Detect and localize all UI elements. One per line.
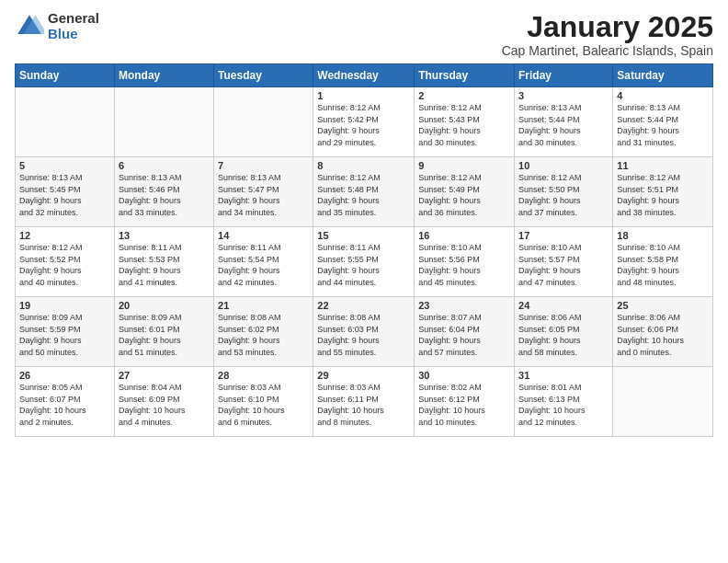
- calendar-week-row: 19Sunrise: 8:09 AM Sunset: 5:59 PM Dayli…: [16, 297, 713, 367]
- day-number: 5: [19, 160, 110, 171]
- table-row: 14Sunrise: 8:11 AM Sunset: 5:54 PM Dayli…: [214, 227, 313, 297]
- day-number: 25: [617, 300, 709, 311]
- table-row: 16Sunrise: 8:10 AM Sunset: 5:56 PM Dayli…: [415, 227, 515, 297]
- day-info: Sunrise: 8:09 AM Sunset: 5:59 PM Dayligh…: [19, 312, 110, 358]
- day-number: 12: [19, 230, 110, 241]
- day-info: Sunrise: 8:12 AM Sunset: 5:51 PM Dayligh…: [617, 172, 709, 218]
- day-info: Sunrise: 8:13 AM Sunset: 5:45 PM Dayligh…: [19, 172, 110, 218]
- logo-general-text: General: [48, 11, 99, 27]
- day-number: 23: [418, 300, 510, 311]
- day-number: 8: [317, 160, 410, 171]
- day-info: Sunrise: 8:10 AM Sunset: 5:57 PM Dayligh…: [518, 242, 609, 288]
- day-info: Sunrise: 8:02 AM Sunset: 6:12 PM Dayligh…: [418, 382, 510, 428]
- day-number: 11: [617, 160, 709, 171]
- table-row: 11Sunrise: 8:12 AM Sunset: 5:51 PM Dayli…: [613, 157, 713, 227]
- day-info: Sunrise: 8:12 AM Sunset: 5:42 PM Dayligh…: [317, 102, 410, 148]
- table-row: 10Sunrise: 8:12 AM Sunset: 5:50 PM Dayli…: [515, 157, 613, 227]
- logo-blue-text: Blue: [48, 27, 99, 42]
- day-number: 15: [317, 230, 410, 241]
- table-row: 17Sunrise: 8:10 AM Sunset: 5:57 PM Dayli…: [515, 227, 613, 297]
- day-info: Sunrise: 8:12 AM Sunset: 5:49 PM Dayligh…: [418, 172, 510, 218]
- page-container: General Blue January 2025 Cap Martinet, …: [0, 0, 728, 563]
- title-block: January 2025 Cap Martinet, Balearic Isla…: [502, 11, 713, 58]
- table-row: [16, 87, 115, 157]
- table-row: 2Sunrise: 8:12 AM Sunset: 5:43 PM Daylig…: [415, 87, 515, 157]
- table-row: [613, 367, 713, 437]
- header-thursday: Thursday: [415, 64, 515, 87]
- table-row: 1Sunrise: 8:12 AM Sunset: 5:42 PM Daylig…: [313, 87, 415, 157]
- table-row: [214, 87, 313, 157]
- table-row: 18Sunrise: 8:10 AM Sunset: 5:58 PM Dayli…: [613, 227, 713, 297]
- table-row: 15Sunrise: 8:11 AM Sunset: 5:55 PM Dayli…: [313, 227, 415, 297]
- header-tuesday: Tuesday: [214, 64, 313, 87]
- day-number: 4: [617, 90, 709, 101]
- day-info: Sunrise: 8:07 AM Sunset: 6:04 PM Dayligh…: [418, 312, 510, 358]
- calendar-title: January 2025: [502, 11, 713, 43]
- table-row: 22Sunrise: 8:08 AM Sunset: 6:03 PM Dayli…: [313, 297, 415, 367]
- calendar-table: Sunday Monday Tuesday Wednesday Thursday…: [15, 63, 713, 437]
- header: General Blue January 2025 Cap Martinet, …: [15, 11, 713, 58]
- header-friday: Friday: [515, 64, 613, 87]
- table-row: 6Sunrise: 8:13 AM Sunset: 5:46 PM Daylig…: [114, 157, 213, 227]
- day-number: 22: [317, 300, 410, 311]
- day-info: Sunrise: 8:13 AM Sunset: 5:46 PM Dayligh…: [119, 172, 210, 218]
- calendar-week-row: 5Sunrise: 8:13 AM Sunset: 5:45 PM Daylig…: [16, 157, 713, 227]
- day-info: Sunrise: 8:06 AM Sunset: 6:05 PM Dayligh…: [518, 312, 609, 358]
- day-number: 30: [418, 370, 510, 381]
- day-info: Sunrise: 8:12 AM Sunset: 5:52 PM Dayligh…: [19, 242, 110, 288]
- header-sunday: Sunday: [16, 64, 115, 87]
- day-number: 21: [218, 300, 309, 311]
- table-row: 20Sunrise: 8:09 AM Sunset: 6:01 PM Dayli…: [114, 297, 213, 367]
- day-info: Sunrise: 8:12 AM Sunset: 5:43 PM Dayligh…: [418, 102, 510, 148]
- table-row: 25Sunrise: 8:06 AM Sunset: 6:06 PM Dayli…: [613, 297, 713, 367]
- table-row: 31Sunrise: 8:01 AM Sunset: 6:13 PM Dayli…: [515, 367, 613, 437]
- day-info: Sunrise: 8:11 AM Sunset: 5:53 PM Dayligh…: [119, 242, 210, 288]
- day-info: Sunrise: 8:01 AM Sunset: 6:13 PM Dayligh…: [518, 382, 609, 428]
- day-info: Sunrise: 8:03 AM Sunset: 6:10 PM Dayligh…: [218, 382, 309, 428]
- calendar-week-row: 12Sunrise: 8:12 AM Sunset: 5:52 PM Dayli…: [16, 227, 713, 297]
- table-row: 28Sunrise: 8:03 AM Sunset: 6:10 PM Dayli…: [214, 367, 313, 437]
- day-number: 13: [119, 230, 210, 241]
- day-info: Sunrise: 8:05 AM Sunset: 6:07 PM Dayligh…: [19, 382, 110, 428]
- day-number: 28: [218, 370, 309, 381]
- day-number: 9: [418, 160, 510, 171]
- day-info: Sunrise: 8:08 AM Sunset: 6:03 PM Dayligh…: [317, 312, 410, 358]
- day-info: Sunrise: 8:11 AM Sunset: 5:54 PM Dayligh…: [218, 242, 309, 288]
- table-row: 30Sunrise: 8:02 AM Sunset: 6:12 PM Dayli…: [415, 367, 515, 437]
- day-info: Sunrise: 8:10 AM Sunset: 5:58 PM Dayligh…: [617, 242, 709, 288]
- header-monday: Monday: [114, 64, 213, 87]
- day-number: 31: [518, 370, 609, 381]
- day-number: 26: [19, 370, 110, 381]
- day-number: 3: [518, 90, 609, 101]
- table-row: 5Sunrise: 8:13 AM Sunset: 5:45 PM Daylig…: [16, 157, 115, 227]
- day-number: 14: [218, 230, 309, 241]
- weekday-header-row: Sunday Monday Tuesday Wednesday Thursday…: [16, 64, 713, 87]
- table-row: 3Sunrise: 8:13 AM Sunset: 5:44 PM Daylig…: [515, 87, 613, 157]
- header-saturday: Saturday: [613, 64, 713, 87]
- logo-icon: [15, 12, 44, 41]
- table-row: 29Sunrise: 8:03 AM Sunset: 6:11 PM Dayli…: [313, 367, 415, 437]
- day-info: Sunrise: 8:11 AM Sunset: 5:55 PM Dayligh…: [317, 242, 410, 288]
- table-row: 7Sunrise: 8:13 AM Sunset: 5:47 PM Daylig…: [214, 157, 313, 227]
- table-row: 27Sunrise: 8:04 AM Sunset: 6:09 PM Dayli…: [114, 367, 213, 437]
- calendar-location: Cap Martinet, Balearic Islands, Spain: [502, 43, 713, 58]
- day-info: Sunrise: 8:08 AM Sunset: 6:02 PM Dayligh…: [218, 312, 309, 358]
- table-row: 21Sunrise: 8:08 AM Sunset: 6:02 PM Dayli…: [214, 297, 313, 367]
- day-number: 10: [518, 160, 609, 171]
- day-number: 16: [418, 230, 510, 241]
- table-row: [114, 87, 213, 157]
- table-row: 13Sunrise: 8:11 AM Sunset: 5:53 PM Dayli…: [114, 227, 213, 297]
- header-wednesday: Wednesday: [313, 64, 415, 87]
- day-info: Sunrise: 8:03 AM Sunset: 6:11 PM Dayligh…: [317, 382, 410, 428]
- day-number: 6: [119, 160, 210, 171]
- day-number: 7: [218, 160, 309, 171]
- table-row: 23Sunrise: 8:07 AM Sunset: 6:04 PM Dayli…: [415, 297, 515, 367]
- day-info: Sunrise: 8:06 AM Sunset: 6:06 PM Dayligh…: [617, 312, 709, 358]
- table-row: 12Sunrise: 8:12 AM Sunset: 5:52 PM Dayli…: [16, 227, 115, 297]
- table-row: 9Sunrise: 8:12 AM Sunset: 5:49 PM Daylig…: [415, 157, 515, 227]
- table-row: 8Sunrise: 8:12 AM Sunset: 5:48 PM Daylig…: [313, 157, 415, 227]
- day-number: 20: [119, 300, 210, 311]
- logo: General Blue: [15, 11, 99, 41]
- day-number: 27: [119, 370, 210, 381]
- day-info: Sunrise: 8:13 AM Sunset: 5:44 PM Dayligh…: [617, 102, 709, 148]
